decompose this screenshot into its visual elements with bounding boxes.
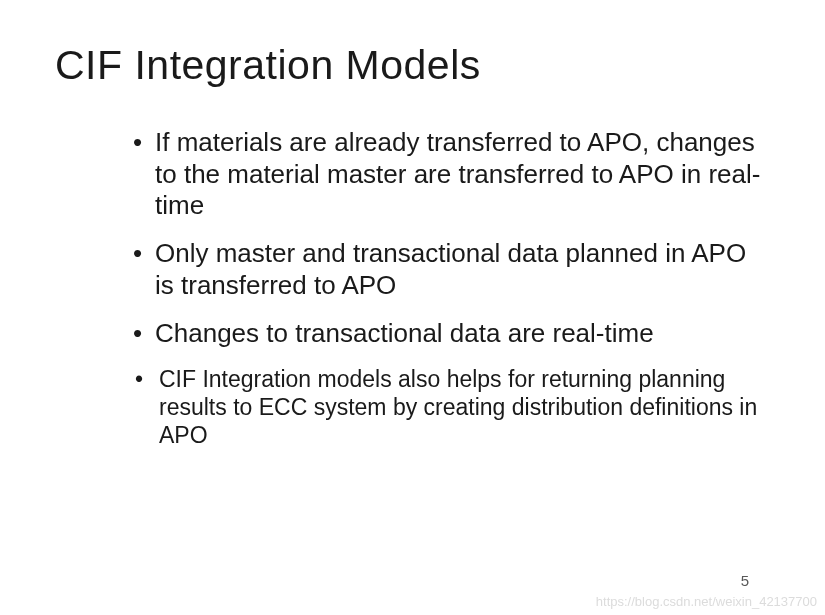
bullet-item: Changes to transactional data are real-t… — [133, 318, 770, 350]
bullet-item: Only master and transactional data plann… — [133, 238, 770, 301]
bullet-list: If materials are already transferred to … — [55, 127, 770, 449]
bullet-item: If materials are already transferred to … — [133, 127, 770, 222]
bullet-item: CIF Integration models also helps for re… — [133, 365, 770, 449]
slide-container: CIF Integration Models If materials are … — [0, 0, 825, 449]
slide-title: CIF Integration Models — [55, 42, 770, 89]
page-number: 5 — [741, 572, 749, 589]
watermark: https://blog.csdn.net/weixin_42137700 — [596, 594, 817, 609]
